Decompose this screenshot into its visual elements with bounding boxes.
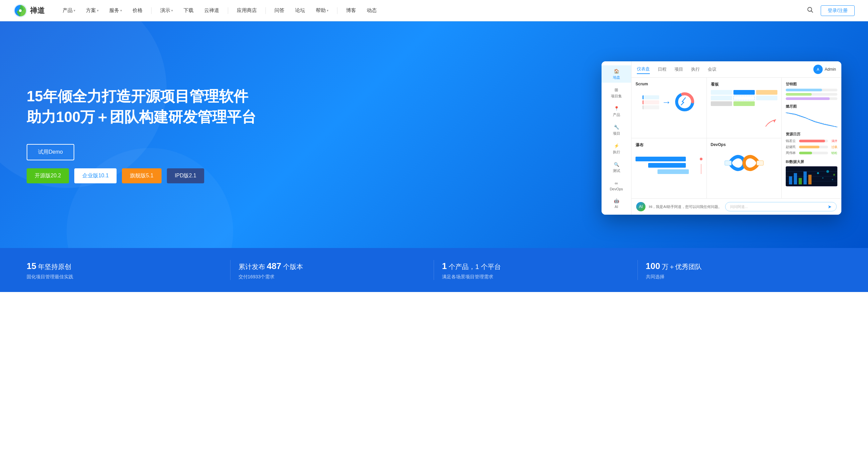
resource-row-1: 赵健民 过载 [786,145,837,149]
opensource-button[interactable]: 开源版20.2 [27,168,69,183]
nav-product[interactable]: 产品 ▾ [58,5,80,16]
ai-greeting: Hi，我是AI助手阿道，您可以问我任何问题。 [649,204,722,209]
devops-visual [711,150,778,176]
login-button[interactable]: 登录/注册 [821,5,855,16]
ai-send-icon[interactable]: ➤ [828,204,832,209]
resource-row-0: 钱若云 满拌 [786,139,837,143]
sidebar-item-execution[interactable]: ⚡ 执行 [601,140,631,157]
dashboard-sidebar: 🏠 地盘 ⊞ 项目集 📍 产品 🔧 项目 ⚡ 执行 [601,61,631,215]
demo-button[interactable]: 试用Demo [27,144,74,160]
stat-item-0: 15 年坚持原创 固化项目管理最佳实践 [27,260,230,280]
enterprise-button[interactable]: 企业版10.1 [74,168,117,183]
devops-infinity-icon [724,151,764,175]
kanban-card [711,96,732,100]
resource-name: 钱若云 [786,139,798,143]
kanban-arrow-icon [764,118,777,128]
nav-appstore[interactable]: 应用商店 [232,5,261,16]
svg-point-19 [822,177,824,179]
wf-bar [636,157,686,161]
resource-bar-fill [799,140,825,142]
wf-bar [657,169,689,174]
gantt-row [786,89,837,91]
sidebar-item-test[interactable]: 🔍 测试 [601,159,631,176]
scrum-card [643,95,659,99]
nav-divider [337,7,337,14]
sidebar-item-project[interactable]: 🔧 项目 [601,121,631,139]
svg-rect-17 [808,175,812,184]
burndown-chart-icon [786,111,837,128]
dashboard-main: 仪表盘 日程 项目 执行 会议 A Admin [631,61,841,215]
hero-buttons: 开源版20.2 企业版10.1 旗舰版5.1 IPD版2.1 [27,168,588,183]
gantt-bar-fill [786,97,830,100]
nav-demo[interactable]: 演示 ▾ [156,5,178,16]
tab-execution[interactable]: 执行 [691,65,700,74]
sidebar-item-project-set[interactable]: ⊞ 项目集 [601,84,631,101]
nav-news[interactable]: 动态 [362,5,381,16]
stat-main-3: 100 万＋优秀团队 [646,260,834,272]
kanban-col-3 [756,90,777,117]
dashboard-topbar: 仪表盘 日程 项目 执行 会议 A Admin [631,61,841,78]
panel-waterfall-title: 瀑布 [636,142,703,148]
svg-rect-13 [789,176,793,184]
svg-point-20 [826,170,829,173]
sidebar-item-ai[interactable]: 🤖 AI [601,195,631,211]
gantt-section: 甘特图 [786,82,837,100]
nav-blog[interactable]: 博客 [341,5,361,16]
navbar: 禅道 产品 ▾ 方案 ▾ 服务 ▾ 价格 演示 ▾ 下载 云禅道 应用商 [0,0,868,21]
nav-download[interactable]: 下载 [179,5,198,16]
ipd-button[interactable]: IPD版2.1 [167,168,205,183]
resource-title: 资源日历 [786,132,837,137]
stat-sub-0: 固化项目管理最佳实践 [27,274,222,280]
stat-highlight: 100 [646,261,660,271]
svg-rect-15 [799,178,802,184]
main-nav: 产品 ▾ 方案 ▾ 服务 ▾ 价格 演示 ▾ 下载 云禅道 应用商店 [58,5,805,16]
sidebar-item-devops[interactable]: ∞ DevOps [601,177,631,194]
kanban-card [756,96,777,100]
svg-rect-14 [794,173,797,184]
stat-highlight: 15 [27,261,36,271]
nav-solution[interactable]: 方案 ▾ [81,5,103,16]
chevron-icon: ▾ [97,9,99,12]
ai-input-placeholder: 问问阿道... [730,204,825,209]
panel-devops: DevOps [707,138,782,199]
nav-service[interactable]: 服务 ▾ [104,5,127,16]
home-icon: 🏠 [614,68,620,74]
tab-project[interactable]: 项目 [675,65,683,74]
kanban-card [734,90,755,95]
ai-input-wrap[interactable]: 问问阿道... ➤ [725,202,837,211]
nav-forum[interactable]: 论坛 [290,5,310,16]
kanban-card [734,96,755,100]
search-icon[interactable] [805,4,815,17]
nav-help[interactable]: 帮助 ▾ [311,5,333,16]
kanban-arrow [711,118,778,129]
logo[interactable]: 禅道 [13,4,44,18]
stat-sub-3: 共同选择 [646,274,834,280]
tab-schedule[interactable]: 日程 [658,65,666,74]
resource-bar-fill [799,146,819,148]
flagship-button[interactable]: 旗舰版5.1 [122,168,161,183]
nav-cloud[interactable]: 云禅道 [199,5,224,16]
test-icon: 🔍 [614,161,620,167]
sidebar-item-home[interactable]: 🏠 地盘 [601,65,631,83]
resource-bar-outer [799,140,828,142]
nav-qa[interactable]: 问答 [270,5,289,16]
svg-rect-16 [803,171,807,184]
sidebar-item-bi[interactable]: 📊 BI [601,213,631,215]
tab-dashboard[interactable]: 仪表盘 [637,65,650,74]
scrum-circle-icon [674,91,695,113]
resource-status: 轻松 [829,151,837,155]
wf-line [701,164,702,174]
logo-icon [13,4,27,18]
nav-price[interactable]: 价格 [128,5,147,16]
wf-bar [648,163,686,168]
tab-meeting[interactable]: 会议 [708,65,716,74]
hero-title: 15年倾全力打造开源项目管理软件 助力100万＋团队构建研发管理平台 [27,86,588,127]
panel-waterfall: 瀑布 [631,138,707,199]
sidebar-item-product[interactable]: 📍 产品 [601,103,631,120]
scrum-visual: → [636,89,703,116]
svg-point-21 [832,179,833,180]
scrum-cards-left [643,95,659,109]
kanban-card [711,90,732,95]
resource-bar-fill [799,152,812,154]
burndown-visual [786,111,837,128]
